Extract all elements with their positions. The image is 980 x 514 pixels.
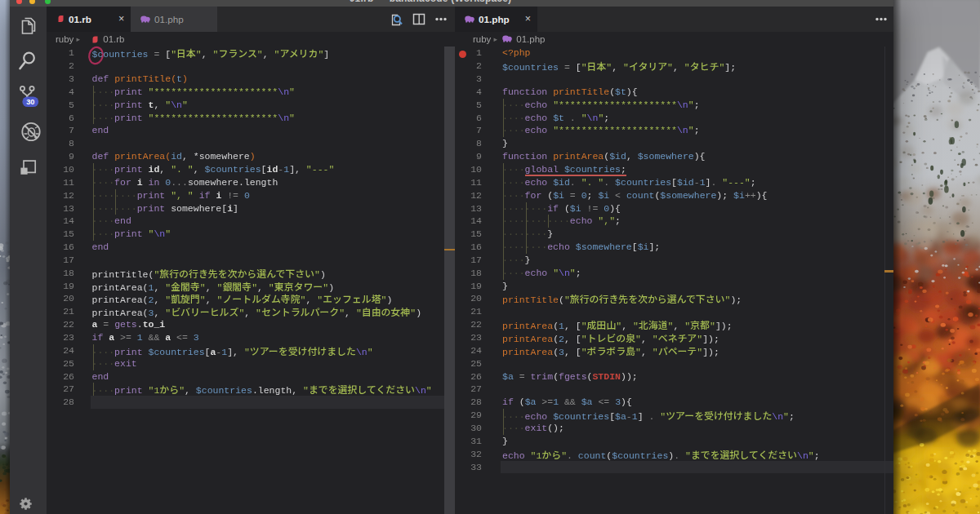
svg-text:30: 30: [26, 98, 34, 106]
